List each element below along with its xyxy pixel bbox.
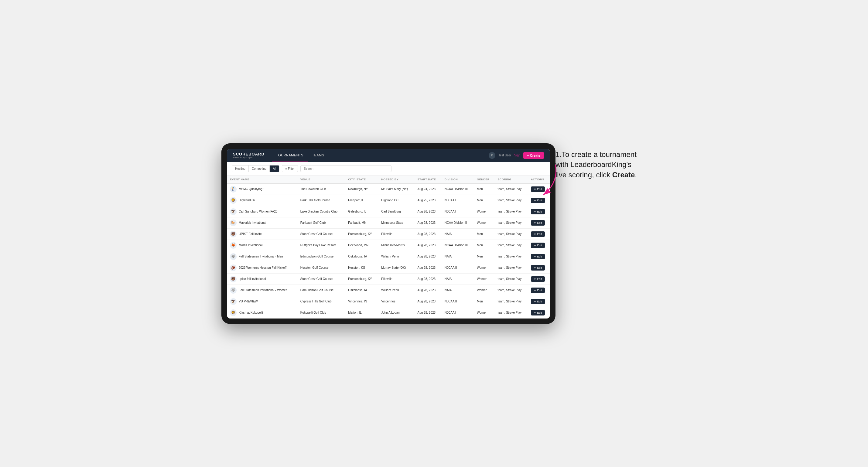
edit-button-10[interactable]: ✏ Edit bbox=[531, 299, 545, 304]
cell-hosted-by: William Penn bbox=[378, 284, 414, 296]
cell-division: NCAA Division II bbox=[442, 217, 474, 228]
event-name-text: UPIKE Fall Invite bbox=[239, 232, 262, 236]
app-header: SCOREBOARD Powered by Clippr TOURNAMENTS… bbox=[227, 149, 550, 162]
edit-button-3[interactable]: ✏ Edit bbox=[531, 220, 545, 226]
cell-division: NAIA bbox=[442, 273, 474, 284]
cell-city-state: Vincennes, IN bbox=[345, 296, 378, 307]
cell-division: NAIA bbox=[442, 228, 474, 240]
cell-event-name: 🦅 VU PREVIEW bbox=[227, 296, 297, 307]
tab-tournaments[interactable]: TOURNAMENTS bbox=[272, 149, 308, 162]
cell-scoring: team, Stroke Play bbox=[494, 217, 528, 228]
cell-gender: Men bbox=[474, 240, 494, 251]
table-row: 🦅 Carl Sandburg Women FA23 Lake Bracken … bbox=[227, 206, 550, 217]
filter-advanced-button[interactable]: ≡ Filter bbox=[282, 165, 298, 172]
edit-button-7[interactable]: ✏ Edit bbox=[531, 265, 545, 271]
edit-button-2[interactable]: ✏ Edit bbox=[531, 209, 545, 214]
tab-teams[interactable]: TEAMS bbox=[308, 149, 328, 162]
toolbar: Hosting Competing All ≡ Filter bbox=[227, 162, 550, 176]
cell-venue: Edmundson Golf Course bbox=[297, 251, 345, 262]
annotation-text: 1.To create a tournament with Leaderboar… bbox=[556, 149, 641, 180]
table-row: 🦊 Morris Invitational Ruttger's Bay Lake… bbox=[227, 240, 550, 251]
cell-actions: ✏ Edit bbox=[528, 217, 550, 228]
cell-start-date: Aug 26, 2023 bbox=[414, 206, 442, 217]
tournaments-table: EVENT NAME VENUE CITY, STATE HOSTED BY S… bbox=[227, 176, 550, 318]
cell-gender: Women bbox=[474, 273, 494, 284]
event-icon: 🐺 bbox=[230, 253, 237, 260]
filter-competing[interactable]: Competing bbox=[249, 165, 270, 172]
header-sign-label[interactable]: Sign bbox=[514, 154, 520, 157]
edit-button-9[interactable]: ✏ Edit bbox=[531, 287, 545, 293]
table-row: 🐺 Fall Statesmen Invitational - Women Ed… bbox=[227, 284, 550, 296]
cell-actions: ✏ Edit bbox=[528, 262, 550, 273]
edit-button-8[interactable]: ✏ Edit bbox=[531, 276, 545, 282]
edit-button-1[interactable]: ✏ Edit bbox=[531, 198, 545, 203]
event-name-text: Fall Statesmen Invitational - Men bbox=[239, 255, 283, 258]
edit-button-11[interactable]: ✏ Edit bbox=[531, 310, 545, 315]
cell-start-date: Aug 28, 2023 bbox=[414, 240, 442, 251]
col-hosted-by: HOSTED BY bbox=[378, 176, 414, 184]
table-container: EVENT NAME VENUE CITY, STATE HOSTED BY S… bbox=[227, 176, 550, 318]
table-row: 🏈 2023 Women's Hesston Fall Kickoff Hess… bbox=[227, 262, 550, 273]
edit-button-4[interactable]: ✏ Edit bbox=[531, 231, 545, 237]
col-start-date: START DATE bbox=[414, 176, 442, 184]
cell-actions: ✏ Edit bbox=[528, 228, 550, 240]
event-icon: 🐻 bbox=[230, 276, 237, 282]
cell-event-name: 🦁 Klash at Kokopelli bbox=[227, 307, 297, 318]
cell-start-date: Aug 25, 2023 bbox=[414, 195, 442, 206]
cell-event-name: 🏈 2023 Women's Hesston Fall Kickoff bbox=[227, 262, 297, 273]
cell-division: NCAA Division III bbox=[442, 183, 474, 195]
settings-icon[interactable]: ⚙ bbox=[489, 152, 495, 159]
event-name-text: Klash at Kokopelli bbox=[239, 311, 263, 314]
cell-start-date: Aug 28, 2023 bbox=[414, 251, 442, 262]
event-name-text: upike fall invitational bbox=[239, 277, 266, 281]
search-input[interactable] bbox=[300, 165, 392, 172]
col-gender: GENDER bbox=[474, 176, 494, 184]
event-icon: 🦅 bbox=[230, 298, 237, 305]
event-name-text: Fall Statesmen Invitational - Women bbox=[239, 288, 287, 292]
header-right: ⚙ Test User Sign + Create bbox=[489, 152, 544, 159]
cell-scoring: team, Stroke Play bbox=[494, 307, 528, 318]
cell-gender: Women bbox=[474, 307, 494, 318]
cell-city-state: Freeport, IL bbox=[345, 195, 378, 206]
edit-button-6[interactable]: ✏ Edit bbox=[531, 254, 545, 259]
page-wrapper: SCOREBOARD Powered by Clippr TOURNAMENTS… bbox=[221, 143, 647, 324]
event-name-text: Morris Invitational bbox=[239, 244, 262, 247]
cell-scoring: team, Stroke Play bbox=[494, 195, 528, 206]
create-button[interactable]: + Create bbox=[523, 152, 544, 159]
cell-city-state: Hesston, KS bbox=[345, 262, 378, 273]
cell-venue: Edmundson Golf Course bbox=[297, 284, 345, 296]
event-name-text: VU PREVIEW bbox=[239, 300, 258, 303]
table-row: 🐎 Maverick Invitational Faribault Golf C… bbox=[227, 217, 550, 228]
cell-venue: The Powelton Club bbox=[297, 183, 345, 195]
annotation-area: 1.To create a tournament with Leaderboar… bbox=[556, 143, 647, 186]
filter-hosting[interactable]: Hosting bbox=[232, 165, 249, 172]
event-icon: 🐻 bbox=[230, 231, 237, 238]
col-venue: VENUE bbox=[297, 176, 345, 184]
filter-all[interactable]: All bbox=[270, 165, 279, 172]
cell-actions: ✏ Edit bbox=[528, 273, 550, 284]
cell-hosted-by: Murray State (OK) bbox=[378, 262, 414, 273]
cell-event-name: 🐻 upike fall invitational bbox=[227, 273, 297, 284]
cell-start-date: Aug 28, 2023 bbox=[414, 228, 442, 240]
cell-division: NJCAA II bbox=[442, 262, 474, 273]
table-body: 🏌 MSMC Qualifying 1 The Powelton Club Ne… bbox=[227, 183, 550, 318]
event-name-text: Carl Sandburg Women FA23 bbox=[239, 210, 278, 213]
cell-start-date: Aug 28, 2023 bbox=[414, 296, 442, 307]
event-icon: 🦅 bbox=[230, 208, 237, 215]
event-icon: 🏈 bbox=[230, 264, 237, 271]
cell-gender: Men bbox=[474, 183, 494, 195]
table-row: 🦁 Klash at Kokopelli Kokopelli Golf Club… bbox=[227, 307, 550, 318]
cell-venue: Kokopelli Golf Club bbox=[297, 307, 345, 318]
table-row: 🐺 Fall Statesmen Invitational - Men Edmu… bbox=[227, 251, 550, 262]
cell-scoring: team, Stroke Play bbox=[494, 183, 528, 195]
cell-division: NJCAA I bbox=[442, 195, 474, 206]
cell-actions: ✏ Edit bbox=[528, 251, 550, 262]
edit-button-5[interactable]: ✏ Edit bbox=[531, 243, 545, 248]
cell-hosted-by: William Penn bbox=[378, 251, 414, 262]
cell-venue: Hesston Golf Course bbox=[297, 262, 345, 273]
event-name-text: 2023 Women's Hesston Fall Kickoff bbox=[239, 266, 286, 269]
cell-hosted-by: Pikeville bbox=[378, 228, 414, 240]
cell-division: NCAA Division III bbox=[442, 240, 474, 251]
cell-division: NJCAA II bbox=[442, 296, 474, 307]
cell-hosted-by: Pikeville bbox=[378, 273, 414, 284]
